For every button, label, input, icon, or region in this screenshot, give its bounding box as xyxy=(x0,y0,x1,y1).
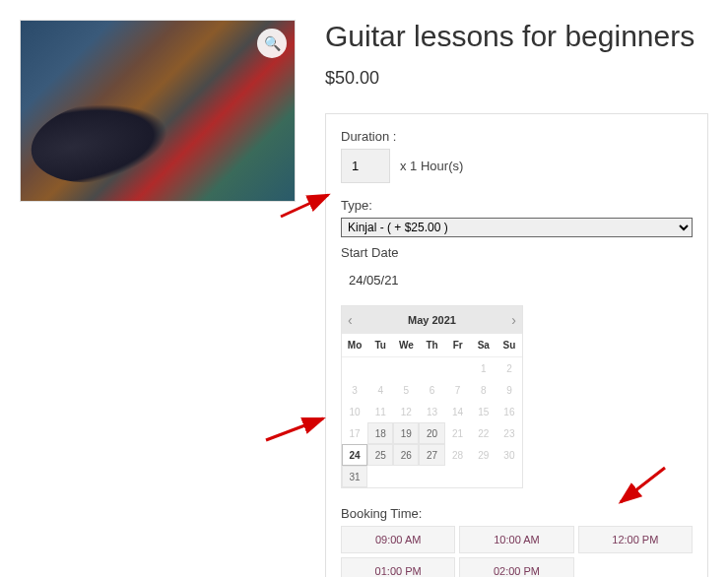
calendar-day xyxy=(419,466,444,487)
start-date-label: Start Date xyxy=(341,245,693,260)
time-slot[interactable]: 01:00 PM xyxy=(341,557,455,577)
calendar-day: 23 xyxy=(496,422,522,444)
booking-form: Duration : x 1 Hour(s) Type: Kinjal - ( … xyxy=(325,113,708,577)
calendar-day: 17 xyxy=(342,422,367,444)
calendar-day: 6 xyxy=(419,379,444,401)
booking-time-label: Booking Time: xyxy=(341,506,693,521)
calendar-day: 5 xyxy=(393,379,419,401)
calendar-dow: Mo xyxy=(342,334,367,357)
calendar-day xyxy=(342,357,367,379)
calendar-dow: Su xyxy=(496,334,522,357)
product-price: $50.00 xyxy=(325,68,708,89)
calendar-day xyxy=(445,466,471,487)
calendar-dow: Tu xyxy=(367,334,393,357)
type-select[interactable]: Kinjal - ( + $25.00 ) xyxy=(341,218,693,237)
calendar-day: 3 xyxy=(342,379,367,401)
calendar-day[interactable]: 27 xyxy=(419,444,444,466)
calendar-day: 2 xyxy=(496,357,522,379)
calendar-dow: We xyxy=(393,334,419,357)
type-label: Type: xyxy=(341,198,693,213)
calendar-dow: Th xyxy=(419,334,444,357)
time-slot[interactable]: 09:00 AM xyxy=(341,526,455,553)
calendar-day[interactable]: 18 xyxy=(367,422,393,444)
duration-suffix: x 1 Hour(s) xyxy=(400,159,463,173)
calendar-day: 13 xyxy=(419,401,444,422)
calendar-day: 4 xyxy=(367,379,393,401)
calendar-day[interactable]: 20 xyxy=(419,422,444,444)
calendar-day: 16 xyxy=(496,401,522,422)
calendar-day xyxy=(471,466,496,487)
calendar-day: 21 xyxy=(445,422,471,444)
calendar-day: 1 xyxy=(471,357,496,379)
product-image[interactable]: 🔍 xyxy=(20,20,296,202)
duration-input[interactable] xyxy=(341,149,390,183)
calendar: ‹ May 2021 › MoTuWeThFrSaSu1234567891011… xyxy=(341,305,523,488)
time-slot[interactable]: 10:00 AM xyxy=(459,526,573,553)
calendar-month: May 2021 xyxy=(408,314,456,326)
calendar-dow: Sa xyxy=(471,334,496,357)
calendar-day: 22 xyxy=(471,422,496,444)
calendar-day: 9 xyxy=(496,379,522,401)
time-slot[interactable]: 12:00 PM xyxy=(578,526,693,553)
duration-label: Duration : xyxy=(341,129,693,144)
calendar-next-icon[interactable]: › xyxy=(511,312,516,328)
calendar-day: 14 xyxy=(445,401,471,422)
calendar-day: 11 xyxy=(367,401,393,422)
product-title: Guitar lessons for beginners xyxy=(325,20,708,53)
calendar-day: 15 xyxy=(471,401,496,422)
calendar-day[interactable]: 19 xyxy=(393,422,419,444)
calendar-day: 12 xyxy=(393,401,419,422)
calendar-day xyxy=(496,466,522,487)
calendar-day xyxy=(367,357,393,379)
calendar-day: 8 xyxy=(471,379,496,401)
calendar-dow: Fr xyxy=(445,334,471,357)
calendar-day xyxy=(393,466,419,487)
calendar-day[interactable]: 26 xyxy=(393,444,419,466)
calendar-day: 7 xyxy=(445,379,471,401)
calendar-day xyxy=(419,357,444,379)
zoom-icon[interactable]: 🔍 xyxy=(257,29,287,58)
calendar-day: 30 xyxy=(496,444,522,466)
calendar-day xyxy=(367,466,393,487)
calendar-day xyxy=(445,357,471,379)
calendar-day[interactable]: 24 xyxy=(342,444,367,466)
calendar-prev-icon[interactable]: ‹ xyxy=(348,312,353,328)
calendar-day: 28 xyxy=(445,444,471,466)
calendar-day xyxy=(393,357,419,379)
calendar-day: 10 xyxy=(342,401,367,422)
calendar-day[interactable]: 25 xyxy=(367,444,393,466)
start-date-input[interactable] xyxy=(341,265,518,295)
time-slot[interactable]: 02:00 PM xyxy=(459,557,573,577)
calendar-day: 29 xyxy=(471,444,496,466)
calendar-day[interactable]: 31 xyxy=(342,466,367,487)
